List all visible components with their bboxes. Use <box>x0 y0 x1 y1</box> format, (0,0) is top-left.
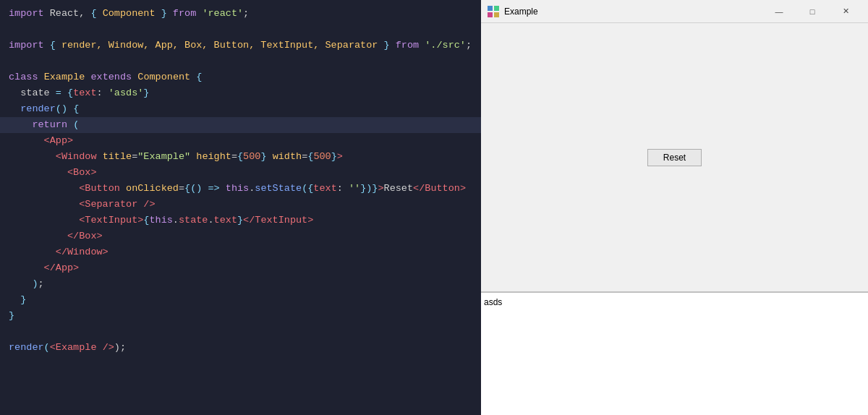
title-bar: Example — □ ✕ <box>481 0 868 23</box>
code-line-21 <box>0 324 481 340</box>
code-line-20: } <box>0 308 481 324</box>
code-line-8: return ( <box>0 117 481 133</box>
code-line-2 <box>0 22 481 38</box>
svg-rect-3 <box>494 12 499 17</box>
code-line-17: </App> <box>0 260 481 276</box>
code-line-3: import { render, Window, App, Box, Butto… <box>0 38 481 54</box>
code-line-13: <Separator /> <box>0 197 481 213</box>
code-editor: import React, { Component } from 'react'… <box>0 0 481 415</box>
code-line-11: <Box> <box>0 165 481 181</box>
inner-window: Reset asds <box>481 23 868 415</box>
app-icon <box>487 5 500 18</box>
code-line-15: </Box> <box>0 228 481 244</box>
code-line-14: <TextInput> { this . state . text } </Te… <box>0 213 481 228</box>
close-button[interactable]: ✕ <box>829 0 862 23</box>
keyword-import: import <box>9 7 44 21</box>
reset-button[interactable]: Reset <box>647 149 702 166</box>
window-controls: — □ ✕ <box>762 0 862 23</box>
code-line-12: <Button onClicked = {() => this . setSta… <box>0 181 481 197</box>
code-line-1: import React, { Component } from 'react'… <box>0 6 481 22</box>
code-line-4 <box>0 54 481 69</box>
text-input-value: asds <box>484 297 502 307</box>
app-icon-svg <box>488 6 499 17</box>
minimize-button[interactable]: — <box>762 0 796 23</box>
code-line-22: render ( <Example /> ) ; <box>0 340 481 356</box>
code-line-7: render () { <box>0 101 481 117</box>
app-window-container: Example — □ ✕ Reset asds <box>481 0 868 415</box>
code-line-16: </Window> <box>0 244 481 260</box>
code-line-10: <Window title = "Example" height = { 500… <box>0 149 481 165</box>
svg-rect-0 <box>488 6 493 11</box>
maximize-button[interactable]: □ <box>796 0 829 23</box>
code-line-19: } <box>0 292 481 308</box>
text-input-area: asds <box>481 292 868 415</box>
code-line-6: state = { text : 'asds' } <box>0 85 481 101</box>
svg-rect-2 <box>488 12 493 17</box>
button-area: Reset <box>481 23 868 292</box>
code-line-18: ) ; <box>0 276 481 292</box>
window-title: Example <box>504 7 762 17</box>
code-line-5: class Example extends Component { <box>0 69 481 85</box>
code-line-9: <App> <box>0 133 481 149</box>
svg-rect-1 <box>494 6 499 11</box>
